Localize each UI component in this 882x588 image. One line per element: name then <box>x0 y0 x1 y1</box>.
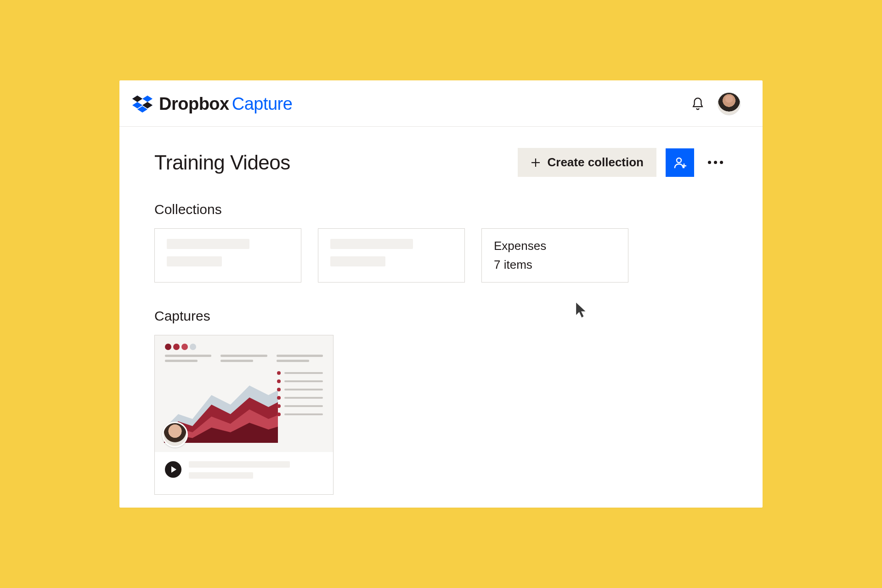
person-add-icon <box>673 156 687 170</box>
share-button[interactable] <box>666 148 694 177</box>
title-row: Training Videos Create collection <box>154 148 728 177</box>
header-actions <box>691 92 741 115</box>
create-collection-button[interactable]: Create collection <box>518 148 656 177</box>
brand-product: Capture <box>232 94 293 113</box>
thumb-header-lines <box>165 355 323 365</box>
placeholder-line <box>167 239 249 249</box>
capture-thumbnail <box>155 335 333 452</box>
collection-meta: 7 items <box>494 258 616 272</box>
collection-card-placeholder[interactable] <box>154 228 301 283</box>
svg-marker-1 <box>142 96 153 102</box>
placeholder-line <box>330 256 385 266</box>
create-collection-label: Create collection <box>547 155 644 170</box>
collections-list: Expenses 7 items <box>154 228 728 283</box>
brand-name: Dropbox <box>159 94 229 113</box>
brand: DropboxCapture <box>132 94 292 114</box>
collection-name: Expenses <box>494 239 616 253</box>
svg-marker-7 <box>132 96 142 102</box>
more-options-button[interactable] <box>703 156 728 169</box>
presenter-avatar <box>162 422 188 447</box>
brand-text: DropboxCapture <box>159 94 292 114</box>
capture-card[interactable] <box>154 335 334 495</box>
placeholder-line <box>330 239 413 249</box>
user-avatar[interactable] <box>718 92 741 115</box>
collection-card-expenses[interactable]: Expenses 7 items <box>481 228 628 283</box>
dropbox-logo-icon <box>132 95 153 113</box>
page-title: Training Videos <box>154 151 290 174</box>
title-actions: Create collection <box>518 148 728 177</box>
svg-point-11 <box>677 158 681 163</box>
play-icon <box>165 461 181 478</box>
app-window: DropboxCapture Training Videos <box>119 80 763 508</box>
captures-heading: Captures <box>154 308 728 324</box>
collection-card-placeholder[interactable] <box>318 228 465 283</box>
thumb-bullet-list <box>277 371 323 421</box>
plus-icon <box>531 158 541 168</box>
placeholder-line <box>167 256 222 266</box>
capture-meta-placeholder <box>189 461 323 483</box>
notifications-icon[interactable] <box>691 96 705 111</box>
collections-heading: Collections <box>154 202 728 217</box>
thumb-legend-dots <box>165 344 323 350</box>
app-header: DropboxCapture <box>119 80 763 127</box>
main-content: Training Videos Create collection <box>119 127 763 508</box>
capture-footer <box>155 452 333 494</box>
